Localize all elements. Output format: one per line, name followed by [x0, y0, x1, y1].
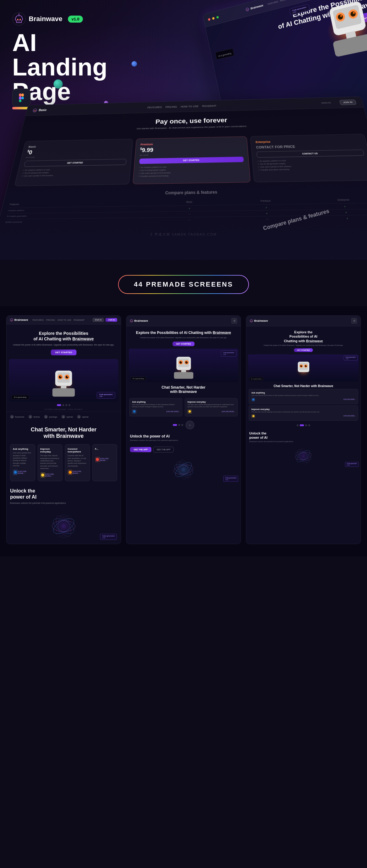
screen3-menu: ☰: [351, 318, 357, 323]
screen-card-3: Brainwave ☰ Explore thePossibilities of …: [246, 315, 361, 544]
device-logo-text: Brainwave: [250, 4, 263, 10]
screen2-cta[interactable]: GET STARTED: [172, 342, 195, 346]
screen1-sign-in[interactable]: SIGN IN: [93, 318, 104, 322]
screen-card-1: Brainwave FEATURES PRICING HOW TO USE RO…: [6, 315, 121, 544]
svg-point-50: [132, 321, 133, 321]
device-robot-area: [311, 0, 367, 61]
screen2-menu-btn[interactable]: ☰: [231, 318, 237, 323]
screen1-feature-cards: Ask anything Lets users quickly find ans…: [6, 442, 121, 483]
screen2-arrow[interactable]: ›: [186, 421, 194, 429]
improve-icon: 🟡: [40, 472, 45, 478]
svg-point-68: [250, 319, 253, 322]
comparison-table: Features Basic Premium Enterprise Analyt…: [0, 196, 367, 225]
screen2-cta1[interactable]: SEE THE APP: [130, 447, 151, 452]
screen2-logo: Brainwave: [130, 319, 148, 322]
svg-point-12: [247, 9, 248, 10]
dot-yellow: [212, 17, 215, 20]
screen2-nav-right: ☰: [231, 318, 237, 323]
svg-point-36: [65, 376, 68, 378]
improve-explore-link[interactable]: EXPLORE MORE ›: [45, 473, 60, 477]
screen3-menu-btn[interactable]: ☰: [351, 318, 357, 323]
connect-icon: 🟠: [67, 470, 73, 475]
screen3-hero-desc: Unleash the power of AI within Brainwave…: [249, 344, 358, 346]
screen2-orb: Code generation v1ita: [126, 455, 241, 484]
svg-point-27: [10, 319, 13, 321]
sphere-teal: [54, 80, 63, 89]
svg-point-11: [247, 9, 247, 10]
pricing-logo: Basic: [32, 108, 47, 112]
connect-explore-link[interactable]: EXPLORE MORE ›: [73, 470, 87, 474]
screen3-improve-section: Improve everyday The app uses natural la…: [246, 404, 361, 422]
ask-icon: 🔵: [13, 470, 18, 475]
svg-point-77: [305, 365, 306, 367]
screen3-logo: Brainwave: [250, 319, 268, 322]
screen3-logo-icon: [250, 319, 253, 322]
pricing-nav-links: FEATURES PRICING HOW TO USE ROADMAP: [147, 104, 217, 109]
svg-point-57: [185, 361, 188, 364]
pricing-cards-row: Basic $0 per month GET STARTED ✓ An anal…: [7, 130, 367, 189]
pricing-sign-in[interactable]: SIGN IN: [321, 101, 331, 104]
partner-yourlogo: ⊘ yourlogo: [44, 415, 57, 418]
svg-rect-5: [19, 93, 21, 97]
screen3-ask-explore[interactable]: EXPLORE MORE ›: [343, 399, 356, 400]
watermark: Z 早道大师 1AMDK.TAOBAO.COM: [150, 232, 217, 237]
screen2-cta2[interactable]: SEE THE APP: [153, 447, 174, 453]
svg-point-78: [301, 365, 302, 366]
svg-rect-7: [19, 97, 21, 100]
svg-point-41: [51, 514, 76, 539]
screen-card-2: Brainwave ☰ Explore the Possibilities of…: [126, 315, 241, 544]
screen3-unlock: Unlock thepower of AI Brainwave unlocks …: [246, 429, 361, 444]
svg-point-1: [17, 19, 19, 21]
svg-point-24: [33, 109, 37, 112]
brainwave-mini-logo: [245, 7, 249, 11]
device-nav-features: FEATURES: [267, 0, 279, 5]
screen1-join[interactable]: JOIN IN: [106, 318, 117, 322]
basic-features: ✓ An analytics platform to track ✓ Our A…: [21, 165, 126, 179]
svg-point-10: [246, 8, 249, 11]
pricing-join-btn[interactable]: JOIN IN: [339, 100, 357, 105]
screen3-cta[interactable]: GET STARTED: [294, 348, 313, 352]
partner-fusionone: ⊘ fusionone: [10, 415, 24, 418]
screens-grid: Brainwave FEATURES PRICING HOW TO USE RO…: [6, 315, 361, 544]
screen1-nav-right: SIGN IN JOIN IN: [93, 318, 117, 322]
svg-rect-6: [21, 93, 24, 97]
screen3-improve-explore[interactable]: EXPLORE MORE ›: [343, 415, 356, 417]
orb-code-badge: Code generation v1ita: [100, 534, 117, 540]
dot-1: [57, 404, 61, 406]
screen2-improve: Improve everyday The app uses natural la…: [185, 398, 237, 417]
svg-point-26: [35, 110, 36, 111]
top-hero-section: Brainwave v1.0 AI Landing Page: [0, 0, 367, 260]
premium-features: ✓ An analytics platform to track ✓ Our A…: [138, 162, 245, 179]
dot-2: [62, 404, 64, 406]
svg-point-35: [59, 376, 61, 378]
premade-badge-section: 44 PREMADE SCREEENS: [0, 260, 367, 306]
svg-point-79: [306, 365, 307, 366]
f-icon: 🔴: [95, 457, 100, 462]
logo-text: Brainwave: [29, 15, 62, 23]
svg-point-4: [19, 14, 20, 15]
svg-point-38: [67, 376, 68, 377]
f-explore-link[interactable]: EXPLORE MORE ›: [100, 458, 114, 461]
svg-point-56: [179, 361, 182, 364]
svg-point-59: [187, 362, 188, 362]
pricing-card-enterprise: Enterprise CONTACT FOR PRICE CONTACT US …: [250, 134, 367, 182]
screen3-orb: Code generation v1ita: [246, 444, 361, 469]
premade-badge: 44 PREMADE SCREEENS: [118, 275, 249, 294]
screen3-ask: Ask anything Lets users quickly find ans…: [249, 389, 358, 404]
improve-mini-explore[interactable]: EXPLORE MORE ›: [222, 411, 235, 412]
screen1-orb: Code generation v1ita: [9, 511, 118, 541]
screens-section: Brainwave FEATURES PRICING HOW TO USE RO…: [0, 306, 367, 556]
partner-openai-1: ⊘ openai: [61, 415, 73, 418]
ask-mini-explore[interactable]: EXPLORE MORE ›: [166, 411, 179, 412]
svg-point-29: [12, 320, 12, 320]
robot-illustration: [311, 0, 367, 61]
svg-point-70: [252, 321, 252, 321]
screen3-improve-icon: 🟡: [251, 414, 255, 418]
screen2-hero-title: Explore the Possibilities of AI Chatting…: [130, 331, 237, 336]
svg-point-8: [21, 97, 24, 99]
ask-explore-link[interactable]: EXPLORE MORE ›: [18, 470, 32, 474]
svg-point-37: [60, 376, 61, 377]
screen1-robot-area: AI is generating Code generation v1ita: [9, 359, 118, 402]
screen2-section-heading: Chat Smarter, Not Harderwith Brainwave: [126, 382, 241, 396]
screen1-cta[interactable]: GET STARTED: [51, 349, 77, 355]
